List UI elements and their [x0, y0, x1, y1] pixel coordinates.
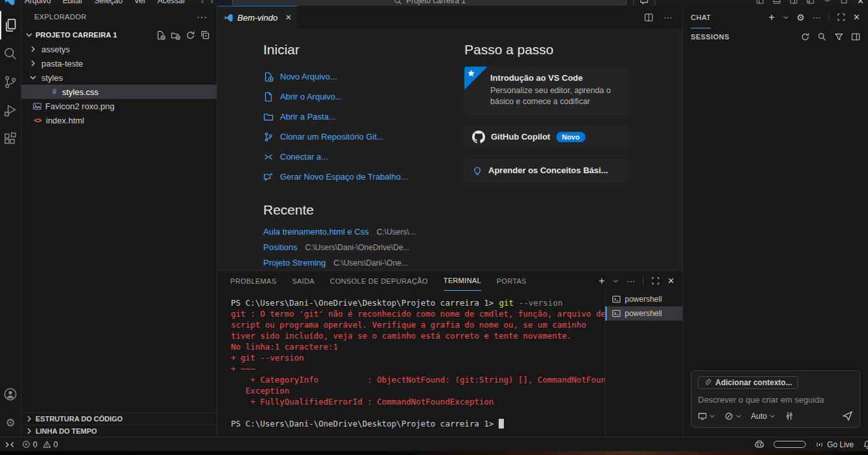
- novo-badge: Novo: [556, 132, 586, 142]
- search-value: Projeto carreira 1: [406, 0, 466, 5]
- split-view-icon[interactable]: [851, 32, 860, 41]
- status-pill[interactable]: [774, 441, 806, 448]
- new-file-icon[interactable]: [156, 30, 166, 40]
- recent-item[interactable]: Positions C:\Users\Dani-\OneDrive\De...: [263, 242, 464, 258]
- window-maximize-icon[interactable]: [840, 0, 848, 5]
- toggle-secondary-sidebar-icon[interactable]: [790, 0, 797, 5]
- problems-indicator[interactable]: 0 0: [22, 440, 58, 449]
- walkthrough-card-fundamentals[interactable]: Aprender os Conceitos Bási...: [464, 159, 628, 182]
- menu-ver[interactable]: Ver: [129, 0, 151, 5]
- activity-extensions[interactable]: [0, 125, 21, 153]
- chat-input-placeholder[interactable]: Descrever o que criar em seguida: [698, 395, 853, 405]
- menu-editar[interactable]: Editar: [58, 0, 88, 5]
- walkthrough-card-intro[interactable]: Introdução ao VS Code Personalize seu ed…: [464, 67, 628, 115]
- activity-account[interactable]: [0, 380, 21, 408]
- window-minimize-icon[interactable]: [823, 0, 831, 5]
- terminal-instance-powershell-2[interactable]: powershell: [605, 306, 682, 321]
- link-open-folder[interactable]: Abrir a Pasta...: [263, 107, 464, 127]
- link-connect-to[interactable]: Conectar a...: [263, 147, 464, 167]
- chevron-down-icon[interactable]: [783, 14, 789, 21]
- collapse-all-icon[interactable]: [201, 30, 210, 40]
- tree-item-pasta-teste[interactable]: pasta-teste: [21, 56, 217, 70]
- chat-target-picker[interactable]: [698, 412, 715, 421]
- nav-forward-icon[interactable]: ›: [210, 0, 213, 6]
- copilot-status-icon[interactable]: [754, 439, 765, 450]
- chat-settings-gear-icon[interactable]: ⚙: [797, 12, 805, 23]
- tree-item-styles[interactable]: styles: [21, 70, 217, 85]
- chat-input-box[interactable]: Adicionar contexto... Descrever o que cr…: [691, 370, 860, 428]
- toggle-sidebar-icon[interactable]: [756, 0, 764, 5]
- close-chat-icon[interactable]: ✕: [853, 12, 860, 22]
- tree-item-assetys[interactable]: assetys: [21, 42, 217, 56]
- recent-name[interactable]: Positions: [263, 242, 298, 252]
- close-panel-icon[interactable]: ✕: [667, 276, 675, 286]
- tab-bem-vindo[interactable]: Bem-vindo ✕: [217, 6, 298, 28]
- menu-selecao[interactable]: Seleção: [89, 0, 127, 5]
- project-name: PROJETO CARREIRA 1: [36, 31, 117, 39]
- refresh-icon[interactable]: [186, 30, 195, 40]
- new-chat-icon[interactable]: +: [768, 12, 774, 23]
- tree-item-label: Favicon2 roxo.png: [45, 101, 114, 111]
- bell-icon[interactable]: [863, 440, 868, 449]
- remote-indicator-icon[interactable]: [5, 440, 14, 449]
- explorer-more-actions-icon[interactable]: ···: [197, 12, 208, 22]
- command-center-search[interactable]: Projeto carreira 1: [232, 0, 627, 6]
- chat-session-list[interactable]: [683, 45, 868, 370]
- tab-terminal[interactable]: TERMINAL: [444, 271, 481, 291]
- link-clone-repo[interactable]: Clonar um Repositório Git...: [263, 127, 464, 147]
- filter-icon[interactable]: [834, 32, 843, 41]
- activity-settings[interactable]: ⚙: [0, 408, 21, 437]
- project-section-header[interactable]: PROJETO CARREIRA 1: [21, 28, 217, 42]
- refresh-icon[interactable]: [801, 32, 810, 41]
- tree-item-styles-css[interactable]: # styles.css: [21, 85, 217, 99]
- panel-more-actions-icon[interactable]: ···: [627, 276, 635, 286]
- activity-explorer[interactable]: [0, 11, 21, 39]
- new-folder-icon[interactable]: [171, 30, 180, 40]
- menu-arquivo[interactable]: Arquivo: [19, 0, 56, 5]
- recent-name[interactable]: Aula treinamento,html e Css: [263, 227, 369, 237]
- tree-item-favicon-png[interactable]: Favicon2 roxo.png: [21, 99, 217, 113]
- maximize-panel-icon[interactable]: [651, 277, 660, 285]
- recent-item[interactable]: Projeto Streming C:\Users\Dani-\One...: [263, 258, 464, 270]
- nav-back-icon[interactable]: ‹: [201, 0, 204, 6]
- terminal-instance-powershell-1[interactable]: powershell: [605, 292, 682, 306]
- outline-section-header[interactable]: ESTRUTURA DO CÓDIGO: [21, 412, 217, 425]
- terminal-output[interactable]: PS C:\Users\Dani-\OneDrive\Desktop\Proje…: [217, 291, 605, 437]
- add-context-button[interactable]: Adicionar contexto...: [698, 376, 798, 389]
- tab-saida[interactable]: SAÍDA: [292, 271, 314, 291]
- go-live-button[interactable]: Go Live: [815, 440, 854, 449]
- window-close-icon[interactable]: ✕: [857, 0, 864, 6]
- tools-icon[interactable]: [785, 411, 794, 421]
- chat-mode-picker[interactable]: [724, 412, 742, 421]
- link-open-file[interactable]: Abrir o Arquivo...: [263, 87, 464, 107]
- menu-acessar[interactable]: Acessar: [152, 0, 190, 5]
- activity-run-debug[interactable]: [0, 96, 21, 125]
- copilot-chat-button[interactable]: [633, 0, 655, 6]
- customize-layout-icon[interactable]: [807, 0, 814, 5]
- tab-close-icon[interactable]: ✕: [285, 13, 292, 22]
- new-terminal-icon[interactable]: +: [599, 275, 605, 287]
- model-picker[interactable]: Auto: [751, 412, 776, 421]
- activity-source-control[interactable]: [0, 68, 21, 96]
- chat-tab[interactable]: CHAT: [691, 6, 711, 28]
- split-editor-icon[interactable]: [644, 13, 653, 22]
- chat-more-actions-icon[interactable]: ···: [812, 12, 821, 22]
- tab-portas[interactable]: PORTAS: [497, 271, 526, 291]
- search-icon[interactable]: [818, 32, 827, 41]
- walkthrough-card-copilot[interactable]: GitHub Copilot Novo: [464, 125, 628, 149]
- tab-console-depuracao[interactable]: CONSOLE DE DEPURAÇÃO: [330, 271, 428, 291]
- tab-problemas[interactable]: PROBLEMAS: [230, 271, 276, 291]
- send-icon[interactable]: [842, 410, 853, 421]
- link-new-file[interactable]: Novo Arquivo...: [263, 67, 464, 87]
- chevron-down-icon[interactable]: [613, 278, 619, 284]
- timeline-section-header[interactable]: LINHA DO TEMPO: [21, 425, 217, 437]
- editor-more-actions-icon[interactable]: ···: [664, 12, 672, 22]
- activity-search[interactable]: [0, 39, 21, 68]
- toggle-panel-icon[interactable]: [773, 0, 781, 5]
- link-new-workspace[interactable]: Gerar Novo Espaço de Trabalho...: [263, 167, 464, 187]
- maximize-chat-icon[interactable]: [837, 13, 845, 21]
- recent-item[interactable]: Aula treinamento,html e Css C:\Users\...: [263, 227, 464, 242]
- tree-item-index-html[interactable]: <> index.html: [21, 113, 217, 127]
- link-label: Abrir o Arquivo...: [280, 92, 342, 101]
- recent-name[interactable]: Projeto Streming: [263, 258, 326, 268]
